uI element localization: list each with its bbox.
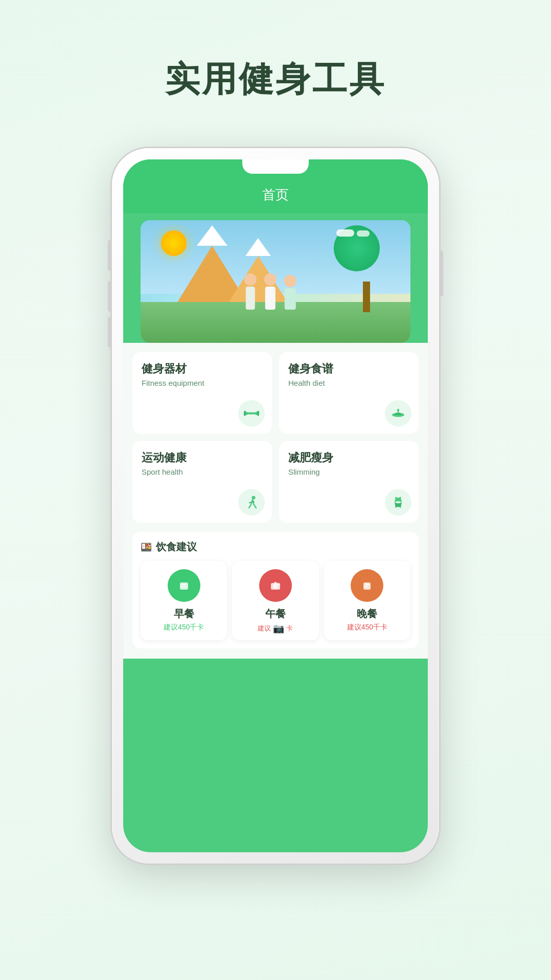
runner-figure-3 <box>284 275 296 310</box>
tree-trunk <box>363 282 370 312</box>
card-sport-health[interactable]: 运动健康 Sport health <box>132 441 272 523</box>
diet-cards-grid: 早餐 建议450千卡 <box>141 561 410 640</box>
feature-grid: 健身器材 Fitness equipment <box>132 352 419 523</box>
banner-figures <box>244 273 296 310</box>
svg-rect-11 <box>274 582 277 584</box>
lunch-kcal-prefix: 建议 <box>258 624 271 633</box>
phone-mockup: 首页 <box>112 148 439 864</box>
svg-point-12 <box>278 584 279 586</box>
page-title: 实用健身工具 <box>0 0 551 103</box>
cloud-2 <box>357 230 370 237</box>
card-title-cn-2: 健身食谱 <box>288 361 409 377</box>
dinner-kcal: 建议450千卡 <box>329 623 405 632</box>
figure-head <box>244 273 257 286</box>
breakfast-icon-circle <box>168 569 200 602</box>
lunch-icon-circle <box>259 569 292 602</box>
lunch-camera-icon: 📷 <box>273 623 284 634</box>
svg-rect-2 <box>244 411 246 416</box>
svg-rect-6 <box>397 409 399 412</box>
diet-header-icon: 🍱 <box>141 542 152 553</box>
svg-point-7 <box>252 496 256 500</box>
figure-head <box>264 273 277 286</box>
phone-screen: 首页 <box>123 159 428 852</box>
diet-header-label: 饮食建议 <box>156 540 197 554</box>
diet-card-breakfast[interactable]: 早餐 建议450千卡 <box>141 561 227 640</box>
card-title-en-3: Sport health <box>142 468 263 476</box>
figure-head <box>284 275 296 287</box>
diet-card-dinner[interactable]: 晚餐 建议450千卡 <box>324 561 410 640</box>
runner-figure-1 <box>244 273 257 310</box>
top-bar: 首页 <box>123 180 428 213</box>
svg-point-10 <box>273 584 278 588</box>
cloud-1 <box>336 229 354 237</box>
svg-rect-3 <box>257 411 259 416</box>
runner-figure-2 <box>264 273 277 310</box>
lunch-name: 午餐 <box>237 607 313 621</box>
card-title-cn-4: 减肥瘦身 <box>288 450 409 465</box>
diet-section: 🍱 饮食建议 早餐 建议450千卡 <box>132 532 419 648</box>
diet-card-lunch[interactable]: 午餐 建议 📷 卡 <box>232 561 318 640</box>
clouds <box>336 229 370 237</box>
card-icon-4 <box>385 489 411 516</box>
banner-illustration <box>141 220 410 343</box>
card-fitness-equipment[interactable]: 健身器材 Fitness equipment <box>132 352 272 434</box>
card-title-cn-3: 运动健康 <box>142 450 263 465</box>
breakfast-kcal: 建议450千卡 <box>146 623 222 632</box>
status-bar <box>123 159 428 180</box>
breakfast-name: 早餐 <box>146 607 222 621</box>
svg-rect-4 <box>247 412 256 414</box>
top-bar-label: 首页 <box>262 187 289 202</box>
card-slimming[interactable]: 减肥瘦身 Slimming <box>279 441 419 523</box>
lunch-kcal-suffix: 卡 <box>286 624 293 633</box>
card-title-cn-1: 健身器材 <box>142 361 263 377</box>
card-health-diet[interactable]: 健身食谱 Health diet <box>279 352 419 434</box>
dinner-name: 晚餐 <box>329 607 405 621</box>
diet-header: 🍱 饮食建议 <box>141 540 410 554</box>
card-icon-2 <box>385 400 411 427</box>
notch <box>242 159 309 174</box>
screen-content: 健身器材 Fitness equipment <box>123 343 428 659</box>
card-title-en-1: Fitness equipment <box>142 379 263 387</box>
banner-tree <box>353 236 380 312</box>
card-title-en-4: Slimming <box>288 468 409 476</box>
card-title-en-2: Health diet <box>288 379 409 387</box>
card-icon-3 <box>238 489 265 516</box>
dinner-icon-circle <box>351 569 383 602</box>
card-icon-1 <box>238 400 265 427</box>
